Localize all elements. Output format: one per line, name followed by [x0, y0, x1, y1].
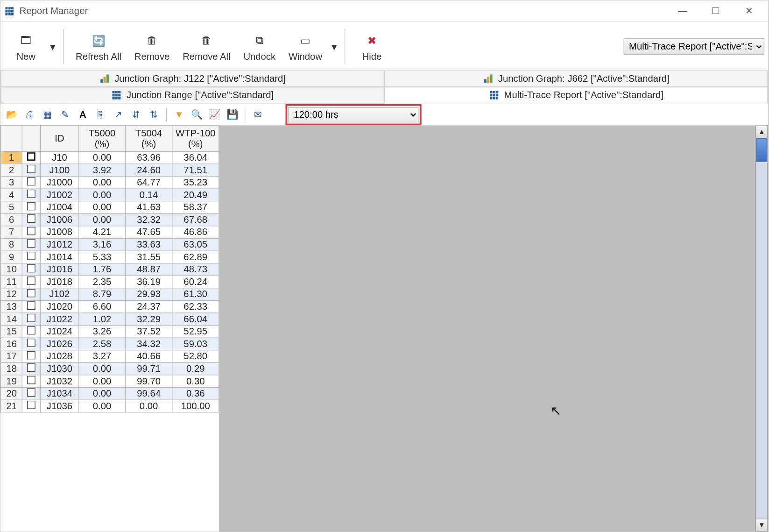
columns-icon[interactable]: ▦ — [40, 107, 55, 122]
scroll-up-button[interactable]: ▲ — [755, 125, 768, 138]
row-checkbox[interactable] — [22, 189, 40, 201]
select-all-corner[interactable] — [1, 126, 22, 152]
row-checkbox[interactable] — [22, 177, 40, 189]
row-checkbox[interactable] — [22, 301, 40, 313]
table-row[interactable]: 3J10000.0064.7735.23 — [1, 177, 219, 189]
row-number[interactable]: 19 — [1, 375, 22, 388]
row-checkbox[interactable] — [22, 226, 40, 239]
row-number[interactable]: 17 — [1, 350, 22, 363]
vertical-scrollbar[interactable]: ▲ ▼ — [755, 125, 768, 532]
hide-button[interactable]: ✖ Hide — [351, 25, 393, 68]
row-number[interactable]: 7 — [1, 226, 22, 239]
table-row[interactable]: 21J10360.000.00100.00 — [1, 400, 219, 412]
row-checkbox[interactable] — [22, 388, 40, 400]
row-checkbox[interactable] — [22, 375, 40, 388]
table-row[interactable]: 14J10221.0232.2966.04 — [1, 313, 219, 326]
tab-junction-range[interactable]: Junction Range ["Active":Standard] — [0, 87, 384, 103]
table-row[interactable]: 8J10123.1633.6363.05 — [1, 239, 219, 251]
row-checkbox[interactable] — [22, 214, 40, 227]
row-checkbox[interactable] — [22, 201, 40, 214]
filter-icon[interactable]: ▼ — [171, 107, 187, 122]
row-number[interactable]: 11 — [1, 276, 22, 289]
row-number[interactable]: 6 — [1, 214, 22, 227]
row-checkbox[interactable] — [22, 350, 40, 363]
row-number[interactable]: 4 — [1, 189, 22, 201]
table-row[interactable]: 19J10320.0099.700.30 — [1, 375, 219, 388]
row-number[interactable]: 20 — [1, 388, 22, 400]
row-number[interactable]: 9 — [1, 251, 22, 263]
row-checkbox[interactable] — [22, 313, 40, 326]
row-number[interactable]: 3 — [1, 177, 22, 189]
row-checkbox[interactable] — [22, 152, 40, 164]
scroll-track[interactable] — [755, 138, 768, 518]
find-icon[interactable]: 🔍 — [189, 107, 205, 122]
column-header-t5000[interactable]: T5000(%) — [79, 126, 126, 152]
new-dropdown[interactable]: ▾ — [48, 25, 57, 68]
row-checkbox[interactable] — [22, 338, 40, 351]
minimize-button[interactable]: — — [666, 0, 699, 22]
checkbox-column-header[interactable] — [22, 126, 40, 152]
row-number[interactable]: 18 — [1, 363, 22, 376]
row-number[interactable]: 12 — [1, 288, 22, 301]
row-number[interactable]: 13 — [1, 301, 22, 313]
row-number[interactable]: 1 — [1, 152, 22, 164]
report-type-select[interactable]: Multi-Trace Report ["Active":Sta — [624, 38, 764, 55]
scroll-thumb[interactable] — [756, 138, 767, 162]
row-number[interactable]: 8 — [1, 239, 22, 251]
remove-button[interactable]: 🗑 Remove — [128, 25, 176, 68]
window-dropdown[interactable]: ▾ — [329, 25, 339, 68]
table-row[interactable]: 1J100.0063.9636.04 — [1, 152, 219, 164]
row-checkbox[interactable] — [22, 276, 40, 289]
column-header-id[interactable]: ID — [41, 126, 79, 152]
edit-icon[interactable]: ✎ — [57, 107, 73, 122]
mail-icon[interactable]: ✉ — [250, 107, 266, 122]
row-checkbox[interactable] — [22, 239, 40, 251]
table-row[interactable]: 16J10262.5834.3259.03 — [1, 338, 219, 351]
table-row[interactable]: 20J10340.0099.640.36 — [1, 388, 219, 400]
table-row[interactable]: 11J10182.3536.1960.24 — [1, 276, 219, 289]
scroll-down-button[interactable]: ▼ — [755, 518, 768, 532]
chart-icon[interactable]: 📈 — [207, 107, 222, 122]
table-row[interactable]: 7J10084.2147.6546.86 — [1, 226, 219, 239]
row-number[interactable]: 16 — [1, 338, 22, 351]
remove-all-button[interactable]: 🗑 Remove All — [176, 25, 236, 68]
row-checkbox[interactable] — [22, 326, 40, 338]
row-checkbox[interactable] — [22, 263, 40, 276]
table-row[interactable]: 17J10283.2740.6652.80 — [1, 350, 219, 363]
tab-junction-graph-j122[interactable]: Junction Graph: J122 ["Active":Standard] — [0, 71, 384, 87]
tab-multi-trace-report[interactable]: Multi-Trace Report ["Active":Standard] — [384, 87, 768, 103]
row-checkbox[interactable] — [22, 363, 40, 376]
row-number[interactable]: 15 — [1, 326, 22, 338]
row-checkbox[interactable] — [22, 251, 40, 263]
row-number[interactable]: 21 — [1, 400, 22, 412]
row-number[interactable]: 10 — [1, 263, 22, 276]
table-row[interactable]: 9J10145.3331.5562.89 — [1, 251, 219, 263]
save-icon[interactable]: 💾 — [225, 107, 240, 122]
close-button[interactable]: ✕ — [733, 0, 766, 22]
copy-icon[interactable]: ⎘ — [93, 107, 108, 122]
row-checkbox[interactable] — [22, 288, 40, 301]
print-icon[interactable]: 🖨 — [22, 107, 37, 122]
row-number[interactable]: 14 — [1, 313, 22, 326]
table-row[interactable]: 4J10020.000.1420.49 — [1, 189, 219, 201]
row-checkbox[interactable] — [22, 400, 40, 412]
sort-asc-icon[interactable]: ⇵ — [128, 107, 144, 122]
table-row[interactable]: 15J10243.2637.5252.95 — [1, 326, 219, 338]
window-button[interactable]: ▭ Window — [282, 25, 328, 68]
refresh-all-button[interactable]: 🔄 Refresh All — [70, 25, 127, 68]
table-row[interactable]: 13J10206.6024.3762.33 — [1, 301, 219, 313]
tab-junction-graph-j662[interactable]: Junction Graph: J662 ["Active":Standard] — [384, 71, 768, 87]
column-header-t5004[interactable]: T5004(%) — [126, 126, 172, 152]
table-row[interactable]: 5J10040.0041.6358.37 — [1, 201, 219, 214]
open-icon[interactable]: 📂 — [4, 107, 20, 122]
row-number[interactable]: 5 — [1, 201, 22, 214]
table-row[interactable]: 18J10300.0099.710.29 — [1, 363, 219, 376]
row-number[interactable]: 2 — [1, 164, 22, 177]
time-select[interactable]: 120:00 hrs — [289, 107, 419, 122]
export-icon[interactable]: ↗ — [111, 107, 126, 122]
font-icon[interactable]: A — [75, 107, 91, 122]
undock-button[interactable]: ⧉ Undock — [238, 25, 282, 68]
new-button[interactable]: 🗔 New — [5, 25, 47, 68]
table-row[interactable]: 2J1003.9224.6071.51 — [1, 164, 219, 177]
table-row[interactable]: 10J10161.7648.8748.73 — [1, 263, 219, 276]
